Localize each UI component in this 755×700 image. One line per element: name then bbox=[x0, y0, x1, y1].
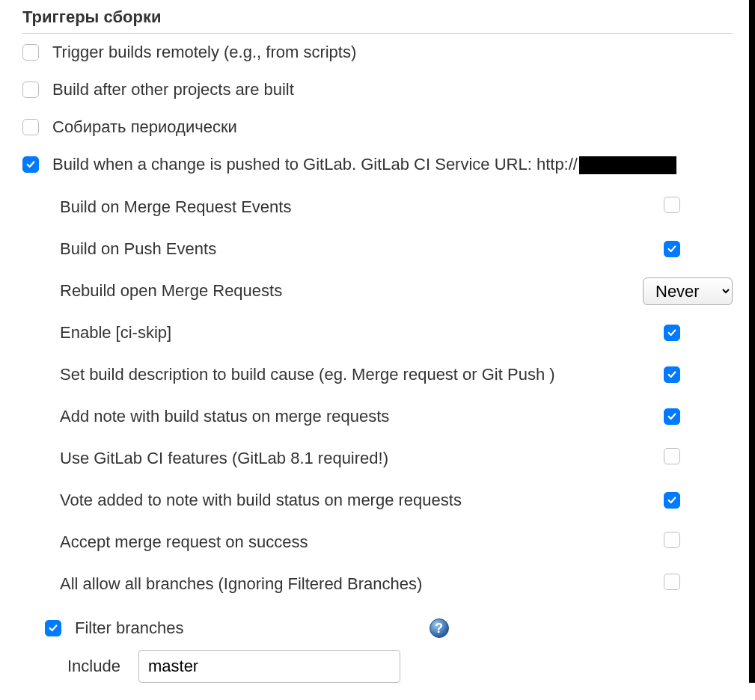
opt-accept-mr-label: Accept merge request on success bbox=[60, 532, 664, 552]
right-border bbox=[749, 0, 755, 683]
filter-section: Filter branches ? Include bbox=[45, 618, 733, 683]
check-icon bbox=[667, 495, 677, 506]
opt-vote-note-checkbox[interactable] bbox=[664, 492, 680, 509]
opt-add-note-row: Add note with build status on merge requ… bbox=[60, 397, 733, 436]
check-icon bbox=[48, 623, 58, 633]
opt-ci-skip-checkbox[interactable] bbox=[664, 325, 680, 341]
opt-use-gitlab-ci-row: Use GitLab CI features (GitLab 8.1 requi… bbox=[60, 439, 733, 478]
trigger-periodic-label: Собирать периодически bbox=[52, 117, 237, 137]
opt-rebuild-mr-label: Rebuild open Merge Requests bbox=[60, 281, 643, 301]
opt-rebuild-mr-row: Rebuild open Merge Requests Never bbox=[60, 271, 733, 310]
trigger-gitlab-checkbox[interactable] bbox=[22, 156, 39, 173]
trigger-remote-row: Trigger builds remotely (e.g., from scri… bbox=[22, 43, 733, 62]
opt-add-note-checkbox[interactable] bbox=[664, 408, 680, 425]
filter-include-label: Include bbox=[67, 657, 120, 676]
opt-all-branches-checkbox[interactable] bbox=[664, 574, 680, 590]
opt-build-desc-label: Set build description to build cause (eg… bbox=[60, 365, 664, 384]
check-icon bbox=[667, 369, 677, 380]
opt-all-branches-row: All allow all branches (Ignoring Filtere… bbox=[60, 565, 733, 604]
trigger-after-projects-row: Build after other projects are built bbox=[22, 80, 733, 99]
trigger-after-projects-checkbox[interactable] bbox=[22, 82, 39, 98]
opt-push-events-label: Build on Push Events bbox=[60, 239, 664, 259]
help-icon[interactable]: ? bbox=[430, 618, 449, 638]
check-icon bbox=[667, 411, 677, 422]
trigger-gitlab-row: Build when a change is pushed to GitLab.… bbox=[22, 155, 733, 174]
trigger-periodic-row: Собирать периодически bbox=[22, 117, 733, 137]
opt-accept-mr-checkbox[interactable] bbox=[664, 532, 680, 548]
gitlab-suboptions: Build on Merge Request Events Build on P… bbox=[60, 188, 733, 604]
opt-mr-events-label: Build on Merge Request Events bbox=[60, 197, 664, 217]
opt-use-gitlab-ci-checkbox[interactable] bbox=[664, 448, 680, 464]
trigger-remote-label: Trigger builds remotely (e.g., from scri… bbox=[52, 43, 356, 62]
opt-all-branches-label: All allow all branches (Ignoring Filtere… bbox=[60, 574, 664, 594]
opt-accept-mr-row: Accept merge request on success bbox=[60, 523, 733, 562]
opt-rebuild-mr-select[interactable]: Never bbox=[643, 277, 733, 305]
opt-mr-events-checkbox[interactable] bbox=[664, 197, 680, 213]
trigger-remote-checkbox[interactable] bbox=[22, 44, 39, 61]
opt-vote-note-label: Vote added to note with build status on … bbox=[60, 491, 664, 510]
opt-ci-skip-row: Enable [ci-skip] bbox=[60, 313, 733, 352]
opt-vote-note-row: Vote added to note with build status on … bbox=[60, 481, 733, 520]
section-title: Триггеры сборки bbox=[22, 7, 733, 34]
trigger-after-projects-label: Build after other projects are built bbox=[52, 80, 294, 99]
opt-ci-skip-label: Enable [ci-skip] bbox=[60, 323, 664, 343]
trigger-gitlab-label: Build when a change is pushed to GitLab.… bbox=[52, 155, 676, 174]
opt-push-events-row: Build on Push Events bbox=[60, 230, 733, 268]
filter-branches-checkbox[interactable] bbox=[45, 620, 61, 636]
opt-build-desc-row: Set build description to build cause (eg… bbox=[60, 355, 733, 394]
trigger-periodic-checkbox[interactable] bbox=[22, 119, 39, 135]
filter-branches-label: Filter branches bbox=[75, 618, 184, 638]
filter-include-input[interactable] bbox=[138, 650, 400, 683]
opt-mr-events-row: Build on Merge Request Events bbox=[60, 188, 733, 227]
check-icon bbox=[667, 244, 677, 254]
opt-push-events-checkbox[interactable] bbox=[664, 241, 680, 257]
opt-use-gitlab-ci-label: Use GitLab CI features (GitLab 8.1 requi… bbox=[60, 449, 664, 468]
filter-include-row: Include bbox=[67, 650, 733, 683]
opt-build-desc-checkbox[interactable] bbox=[664, 366, 680, 383]
check-icon bbox=[25, 159, 36, 170]
filter-branches-row: Filter branches ? bbox=[45, 618, 733, 638]
redacted-url bbox=[579, 156, 676, 174]
opt-add-note-label: Add note with build status on merge requ… bbox=[60, 407, 664, 426]
check-icon bbox=[667, 328, 677, 338]
